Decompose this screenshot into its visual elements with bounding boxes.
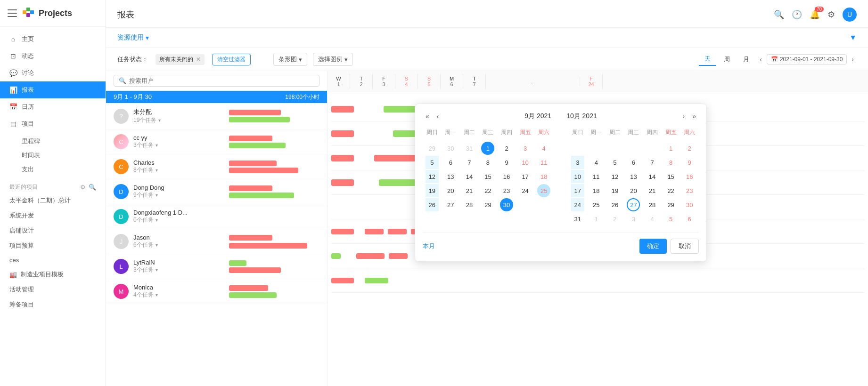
notification-icon[interactable]: 🔔 70 xyxy=(810,9,820,20)
sidebar-item-home[interactable]: ⌂ 主页 xyxy=(0,31,106,48)
project-system[interactable]: 系统开发 xyxy=(0,208,106,223)
cal-day-sep17[interactable]: 17 xyxy=(519,170,532,183)
user-tasks-charles[interactable]: 8个任务 ▾ xyxy=(133,166,221,174)
cal-day-sep20[interactable]: 20 xyxy=(444,184,457,197)
cal-day-sep9[interactable]: 9 xyxy=(500,156,513,169)
cal-day-sep25[interactable]: 25 xyxy=(537,184,550,197)
date-range-display[interactable]: 📅 2021-09-01 - 2021-09-30 xyxy=(767,54,847,64)
cal-day-sep26[interactable]: 26 xyxy=(426,198,439,211)
cal-day-nov6[interactable]: 6 xyxy=(683,212,696,225)
search-header-icon[interactable]: 🔍 xyxy=(774,9,784,20)
cal-day-oct24[interactable]: 24 xyxy=(571,198,584,211)
cal-day-sep14[interactable]: 14 xyxy=(463,170,476,183)
cal-next-next-btn[interactable]: » xyxy=(689,112,699,121)
cal-day-sep4[interactable]: 4 xyxy=(537,142,550,155)
project-ces[interactable]: ces xyxy=(0,253,106,267)
cal-day-oct16[interactable]: 16 xyxy=(683,170,696,183)
legend-dropdown[interactable]: 选择图例 ▾ xyxy=(313,53,353,66)
cal-day-oct7[interactable]: 7 xyxy=(646,156,659,169)
menu-icon[interactable] xyxy=(8,9,17,17)
cal-day-oct15[interactable]: 15 xyxy=(664,170,678,183)
user-tasks-unassigned[interactable]: 19个任务 ▾ xyxy=(133,116,221,124)
cal-day-sep19[interactable]: 19 xyxy=(426,184,439,197)
cal-day-nov3[interactable]: 3 xyxy=(627,212,640,225)
cal-day-oct19[interactable]: 19 xyxy=(608,184,622,197)
filter-btn[interactable]: ▼ xyxy=(849,33,857,42)
cal-day-oct2[interactable]: 2 xyxy=(683,142,696,155)
cal-day-sep15[interactable]: 15 xyxy=(481,170,494,183)
cal-day-sep18[interactable]: 18 xyxy=(537,170,550,183)
cal-day-sep11[interactable]: 11 xyxy=(537,156,550,169)
sidebar-item-calendar[interactable]: 📅 日历 xyxy=(0,98,106,115)
cal-cancel-btn[interactable]: 取消 xyxy=(671,239,699,254)
project-budget[interactable]: 项目预算 xyxy=(0,238,106,253)
cal-day-oct12[interactable]: 12 xyxy=(608,170,622,183)
cal-day-oct25[interactable]: 25 xyxy=(590,198,603,211)
sidebar-item-projects[interactable]: ▤ 项目 xyxy=(0,115,106,132)
resource-usage-btn[interactable]: 资源使用 ▾ xyxy=(117,33,149,42)
status-tag-close[interactable]: ✕ xyxy=(196,56,201,63)
cal-day-sep1[interactable]: 1 xyxy=(481,142,494,155)
cal-day-sep5[interactable]: 5 xyxy=(426,156,439,169)
project-taiping[interactable]: 太平金科（二期）总计 xyxy=(0,193,106,208)
clock-icon[interactable]: 🕐 xyxy=(792,9,802,20)
cal-day-oct5[interactable]: 5 xyxy=(608,156,622,169)
cal-prev-prev-btn[interactable]: « xyxy=(423,112,432,121)
cal-day-oct8[interactable]: 8 xyxy=(664,156,678,169)
cal-day-sep7[interactable]: 7 xyxy=(463,156,476,169)
cal-day-aug30[interactable]: 30 xyxy=(444,142,457,155)
cal-day-sep22[interactable]: 22 xyxy=(481,184,494,197)
cal-day-oct30[interactable]: 30 xyxy=(683,198,696,211)
cal-day-sep12[interactable]: 12 xyxy=(426,170,439,183)
sidebar-item-discuss[interactable]: 💬 讨论 xyxy=(0,64,106,81)
cal-day-oct6[interactable]: 6 xyxy=(627,156,640,169)
search-section-icon[interactable]: 🔍 xyxy=(89,184,96,191)
sidebar-item-manufacturing[interactable]: 🏭 制造业项目模板 xyxy=(0,267,106,282)
cal-prev-btn[interactable]: ‹ xyxy=(434,112,442,121)
cal-this-month-btn[interactable]: 本月 xyxy=(423,242,435,250)
sub-nav-timesheet[interactable]: 时间表 xyxy=(17,148,106,162)
user-tasks-jason[interactable]: 6个任务 ▾ xyxy=(133,241,221,249)
user-tasks-dongxiaofeng[interactable]: 0个任务 ▾ xyxy=(133,216,221,224)
cal-day-oct1[interactable]: 1 xyxy=(664,142,678,155)
sub-nav-milestones[interactable]: 里程碑 xyxy=(17,134,106,148)
cal-day-oct14[interactable]: 14 xyxy=(646,170,659,183)
cal-day-oct9[interactable]: 9 xyxy=(683,156,696,169)
cal-day-sep6[interactable]: 6 xyxy=(444,156,457,169)
user-tasks-cc-yy[interactable]: 3个任务 ▾ xyxy=(133,141,221,149)
cal-day-oct21[interactable]: 21 xyxy=(646,184,659,197)
cal-day-sep21[interactable]: 21 xyxy=(463,184,476,197)
cal-day-oct26[interactable]: 26 xyxy=(608,198,622,211)
user-search-input[interactable] xyxy=(129,77,314,84)
view-tab-week[interactable]: 周 xyxy=(718,53,736,65)
view-tab-day[interactable]: 天 xyxy=(699,53,716,66)
cal-day-oct4[interactable]: 4 xyxy=(590,156,603,169)
cal-day-oct11[interactable]: 11 xyxy=(590,170,603,183)
cal-day-nov5[interactable]: 5 xyxy=(664,212,678,225)
cal-day-oct20[interactable]: 20 xyxy=(627,184,640,197)
view-tab-month[interactable]: 月 xyxy=(737,53,755,65)
cal-day-oct27[interactable]: 27 xyxy=(627,198,640,211)
cal-day-sep13[interactable]: 13 xyxy=(444,170,457,183)
clear-filter-button[interactable]: 清空过滤器 xyxy=(212,54,251,65)
cal-day-sep29[interactable]: 29 xyxy=(481,198,494,211)
cal-day-oct23[interactable]: 23 xyxy=(683,184,696,197)
cal-day-nov2[interactable]: 2 xyxy=(608,212,622,225)
filter-section-icon[interactable]: ⚙ xyxy=(80,184,86,191)
cal-day-nov4[interactable]: 4 xyxy=(646,212,659,225)
cal-day-oct28[interactable]: 28 xyxy=(646,198,659,211)
settings-icon[interactable]: ⚙ xyxy=(827,9,835,20)
user-tasks-monica[interactable]: 4个任务 ▾ xyxy=(133,291,221,299)
sub-nav-expenses[interactable]: 支出 xyxy=(17,162,106,177)
cal-next-btn[interactable]: › xyxy=(680,112,688,121)
user-tasks-dong-dong[interactable]: 9个任务 ▾ xyxy=(133,191,221,199)
sidebar-item-activity-mgmt[interactable]: 活动管理 xyxy=(0,282,106,297)
sidebar-item-budget-project[interactable]: 筹备项目 xyxy=(0,297,106,312)
cal-day-sep24[interactable]: 24 xyxy=(519,184,532,197)
cal-day-oct17[interactable]: 17 xyxy=(571,184,584,197)
cal-confirm-btn[interactable]: 确定 xyxy=(639,239,667,254)
cal-day-aug29[interactable]: 29 xyxy=(426,142,439,155)
project-store[interactable]: 店铺设计 xyxy=(0,223,106,238)
chart-type-dropdown[interactable]: 条形图 ▾ xyxy=(273,53,307,66)
user-avatar-header[interactable]: U xyxy=(843,8,857,22)
